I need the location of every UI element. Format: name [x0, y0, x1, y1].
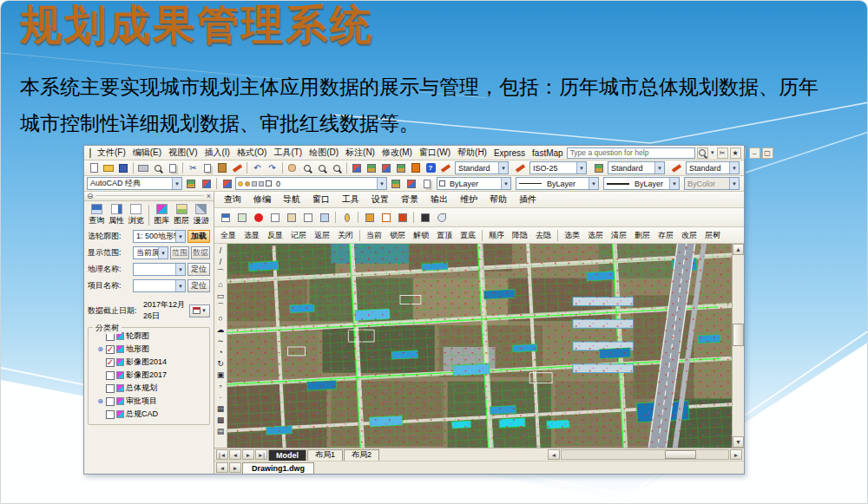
- layer-states-icon[interactable]: [419, 177, 434, 190]
- map-horizontal-scrollbar[interactable]: [561, 449, 729, 460]
- map-view-icon[interactable]: [418, 211, 432, 224]
- layer-tool-button[interactable]: 选层: [584, 229, 607, 242]
- markup-icon[interactable]: [409, 161, 423, 174]
- browse-tool-button[interactable]: 浏览: [127, 204, 145, 226]
- pan-icon[interactable]: [286, 161, 299, 174]
- cut-icon[interactable]: ✂: [186, 161, 200, 174]
- workspace-select[interactable]: AutoCAD 经典▼: [87, 177, 182, 190]
- workspace-settings-icon[interactable]: [183, 177, 198, 190]
- menu-help[interactable]: 帮助(H): [454, 147, 490, 159]
- tree-item[interactable]: ✓影像图2014: [91, 356, 207, 369]
- lineweight-select[interactable]: ByLayer▼: [603, 177, 680, 190]
- menu-express[interactable]: Express: [490, 148, 529, 158]
- menu-fastmap[interactable]: fastMap: [529, 148, 567, 158]
- sheetset-icon[interactable]: [394, 161, 408, 174]
- project-locate-button[interactable]: 定位: [187, 279, 210, 292]
- search-caret-icon[interactable]: ▼: [710, 150, 715, 155]
- map-callout-icon[interactable]: [284, 211, 299, 224]
- publish-icon[interactable]: [166, 161, 180, 174]
- submenu-item[interactable]: 背景: [395, 193, 424, 206]
- gradient-icon[interactable]: ▩: [215, 414, 227, 425]
- map-select-box-icon[interactable]: [267, 211, 282, 224]
- submenu-item[interactable]: 插件: [513, 193, 542, 206]
- map-mark-icon[interactable]: [251, 211, 266, 224]
- submenu-item[interactable]: 导航: [277, 193, 306, 206]
- layer-tool-button[interactable]: 删层: [631, 229, 654, 242]
- tree-item[interactable]: 影像图2017: [91, 369, 207, 382]
- load-button[interactable]: 加载: [187, 230, 210, 243]
- tool-palettes-icon[interactable]: [379, 161, 393, 174]
- paste-icon[interactable]: [215, 161, 229, 174]
- arc-icon[interactable]: ⌒: [215, 301, 227, 312]
- open-icon[interactable]: [102, 161, 115, 174]
- tab-prev-icon[interactable]: ◄: [229, 449, 241, 460]
- polygon-icon[interactable]: ⌂: [215, 278, 227, 290]
- minimize-button[interactable]: –: [749, 147, 760, 159]
- circle-icon[interactable]: ○: [215, 312, 227, 324]
- match-properties-icon[interactable]: [230, 161, 244, 174]
- linetype-select[interactable]: ByLayer▼: [516, 177, 599, 190]
- polyline-icon[interactable]: ⌒: [215, 267, 227, 278]
- map-edit-icon[interactable]: [378, 211, 393, 224]
- zoom-previous-icon[interactable]: [330, 161, 344, 174]
- color-select[interactable]: ByLayer▼: [437, 177, 511, 190]
- mleader-style-select[interactable]: Standard▼: [686, 161, 740, 174]
- dwg-next-icon[interactable]: ►: [229, 462, 241, 473]
- layer-tool-button[interactable]: 反显: [264, 229, 286, 242]
- properties-icon[interactable]: [350, 161, 364, 174]
- map-exit-icon[interactable]: [395, 211, 410, 224]
- layer-tool-button[interactable]: 层树: [701, 229, 724, 242]
- query-tool-button[interactable]: 查询: [88, 204, 106, 226]
- new-icon[interactable]: [87, 161, 101, 174]
- layer-tool-button[interactable]: 锁层: [386, 229, 409, 242]
- plot-icon[interactable]: [136, 161, 150, 174]
- layer-tool-button[interactable]: 关闭: [334, 229, 357, 242]
- menu-tools[interactable]: 工具(T): [270, 147, 306, 159]
- text-style-select[interactable]: Standard▼: [455, 161, 509, 174]
- tree-item[interactable]: 总规CAD: [91, 408, 207, 421]
- tree-checkbox[interactable]: [106, 384, 115, 393]
- tree-checkbox[interactable]: [106, 371, 115, 380]
- submenu-item[interactable]: 工具: [336, 193, 365, 206]
- tree-checkbox[interactable]: [106, 410, 115, 419]
- favorites-icon[interactable]: ★: [730, 147, 741, 159]
- hscroll-right-icon[interactable]: ►: [730, 449, 742, 460]
- layer-tool-button[interactable]: 改层: [678, 229, 700, 242]
- menu-format[interactable]: 格式(O): [233, 147, 270, 159]
- expand-icon[interactable]: ⊕: [96, 345, 104, 353]
- help-search-input[interactable]: [567, 147, 695, 159]
- menu-draw[interactable]: 绘图(D): [306, 147, 342, 159]
- layer-tool-button[interactable]: 选类: [561, 229, 583, 242]
- copy-icon[interactable]: [201, 161, 214, 174]
- rectangle-icon[interactable]: ▭: [215, 290, 227, 301]
- tab-last-icon[interactable]: ►|: [255, 449, 267, 460]
- tree-item[interactable]: 总体规划: [91, 382, 207, 395]
- layer-tool-button[interactable]: 当前: [363, 229, 385, 242]
- redo-icon[interactable]: ↷: [266, 161, 279, 174]
- tree-checkbox[interactable]: ✓: [106, 358, 115, 367]
- geo-name-select[interactable]: ▼: [133, 263, 186, 276]
- layers-tool-button[interactable]: 图层: [173, 204, 191, 226]
- map-report-icon[interactable]: [300, 211, 315, 224]
- menu-modify[interactable]: 修改(M): [378, 147, 416, 159]
- make-block-icon[interactable]: ▣: [215, 369, 227, 380]
- panel-close-icon[interactable]: ×: [207, 192, 211, 200]
- attribute-tool-button[interactable]: 属性: [108, 204, 126, 226]
- map-pin-icon[interactable]: [339, 211, 354, 224]
- map-locate-icon[interactable]: [317, 211, 332, 224]
- map-lasso-icon[interactable]: [434, 211, 449, 224]
- tab-model[interactable]: Model: [268, 449, 306, 461]
- roam-tool-button[interactable]: 漫游: [192, 204, 210, 226]
- region-icon[interactable]: ▤: [215, 425, 227, 436]
- drawing-tab[interactable]: Drawing1.dwg: [242, 462, 314, 474]
- layer-tool-button[interactable]: 置底: [457, 229, 479, 242]
- layer-tool-button[interactable]: 选显: [240, 229, 263, 242]
- geo-locate-button[interactable]: 定位: [187, 263, 210, 276]
- layer-tool-button[interactable]: 顺序: [485, 229, 508, 242]
- tab-layout2[interactable]: 布局2: [344, 449, 379, 461]
- layer-select[interactable]: 0▼: [235, 177, 387, 190]
- contour-map-select[interactable]: 1: 500地形轮廓▼: [133, 230, 186, 243]
- comm-center-icon[interactable]: ✂: [717, 147, 728, 159]
- menu-insert[interactable]: 插入(I): [201, 147, 233, 159]
- point-icon[interactable]: ▫: [215, 380, 227, 391]
